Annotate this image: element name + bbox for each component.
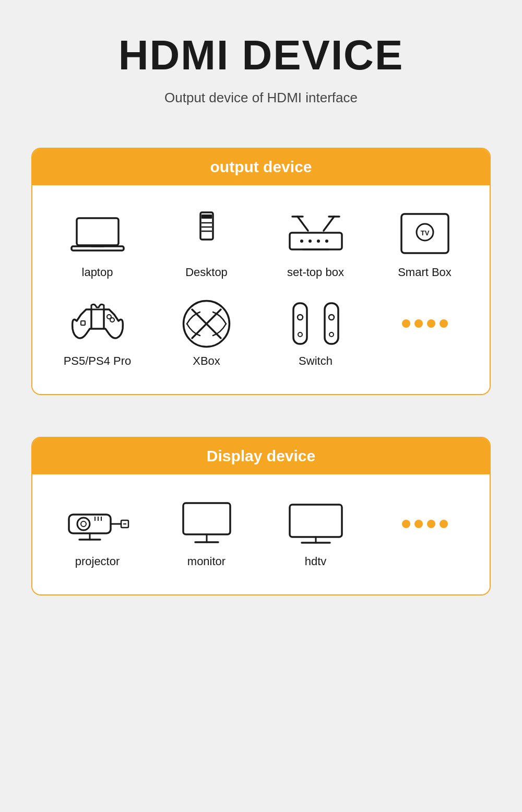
svg-point-28	[329, 315, 334, 320]
output-device-card: output device laptop	[31, 148, 491, 395]
display-card-header: Display device	[32, 438, 490, 474]
output-card-header: output device	[32, 149, 490, 185]
dot2	[414, 319, 423, 328]
output-card-header-text: output device	[210, 158, 312, 175]
monitor-label: monitor	[187, 555, 226, 568]
svg-rect-26	[325, 303, 338, 344]
monitor-icon	[181, 500, 233, 547]
svg-rect-0	[77, 218, 118, 245]
svg-point-15	[317, 240, 320, 243]
svg-rect-42	[183, 503, 230, 534]
dot3	[427, 319, 435, 328]
svg-point-16	[325, 240, 328, 243]
hdtv-icon	[290, 500, 342, 547]
device-monitor: monitor	[157, 490, 256, 579]
device-desktop: Desktop	[157, 201, 256, 290]
svg-point-27	[298, 315, 303, 320]
smartbox-icon: TV	[399, 211, 451, 258]
settopbox-label: set-top box	[287, 266, 344, 279]
device-laptop: laptop	[48, 201, 147, 290]
device-ps5: PS5/PS4 Pro	[48, 290, 147, 378]
dot7	[427, 520, 435, 528]
svg-line-9	[324, 217, 334, 231]
xbox-icon	[181, 300, 233, 347]
device-xbox: XBox	[157, 290, 256, 378]
xbox-label: XBox	[193, 354, 220, 368]
desktop-label: Desktop	[185, 266, 228, 279]
svg-rect-21	[81, 321, 85, 325]
svg-point-13	[300, 240, 303, 243]
svg-rect-4	[201, 214, 212, 219]
device-projector: projector	[48, 490, 147, 579]
svg-point-32	[77, 518, 90, 530]
switch-icon	[290, 300, 342, 347]
dot4	[440, 319, 448, 328]
more-dots-icon	[399, 300, 451, 347]
svg-point-23	[107, 315, 111, 319]
svg-line-8	[298, 217, 308, 231]
device-more-display	[375, 490, 474, 579]
display-card-body: projector monitor hdtv	[32, 474, 490, 594]
settopbox-icon	[290, 211, 342, 258]
ps5-icon	[72, 300, 124, 347]
device-settopbox: set-top box	[266, 201, 365, 290]
dot8	[440, 520, 448, 528]
page-subtitle: Output device of HDMI interface	[164, 90, 358, 106]
svg-point-29	[298, 332, 302, 337]
display-card-header-text: Display device	[207, 447, 315, 464]
dot5	[402, 520, 410, 528]
display-device-card: Display device	[31, 437, 491, 595]
svg-point-30	[329, 332, 334, 337]
laptop-icon	[72, 211, 124, 258]
projector-label: projector	[75, 555, 120, 568]
svg-rect-12	[290, 233, 342, 249]
svg-rect-25	[293, 303, 307, 344]
projector-icon	[72, 500, 124, 547]
laptop-label: laptop	[82, 266, 113, 279]
page-title: HDMI DEVICE	[118, 31, 404, 79]
dot6	[414, 520, 423, 528]
desktop-icon	[181, 211, 233, 258]
more-dots-display-icon	[399, 500, 451, 547]
device-smartbox: TV Smart Box	[375, 201, 474, 290]
dot1	[402, 319, 410, 328]
output-card-body: laptop Desktop	[32, 185, 490, 394]
device-hdtv: hdtv	[266, 490, 365, 579]
svg-text:TV: TV	[420, 229, 429, 237]
svg-rect-45	[290, 505, 342, 537]
switch-label: Switch	[299, 354, 333, 368]
smartbox-label: Smart Box	[398, 266, 452, 279]
device-more-output	[375, 290, 474, 378]
ps5-label: PS5/PS4 Pro	[64, 354, 132, 368]
device-switch: Switch	[266, 290, 365, 378]
svg-point-33	[81, 521, 86, 527]
svg-point-14	[309, 240, 312, 243]
hdtv-label: hdtv	[305, 555, 327, 568]
